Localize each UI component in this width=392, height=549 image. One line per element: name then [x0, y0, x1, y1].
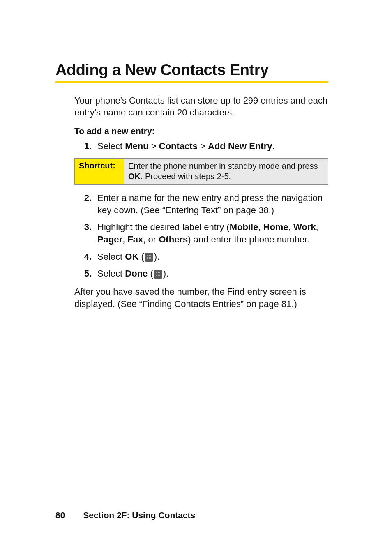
text-fragment: .: [272, 141, 274, 151]
label-fax: Fax: [127, 234, 143, 245]
page-footer: 80 Section 2F: Using Contacts: [55, 510, 195, 520]
step-item-2: 2. Enter a name for the new entry and pr…: [80, 192, 328, 216]
text-fragment: , or: [143, 234, 159, 245]
text-fragment: ,: [258, 222, 263, 232]
section-title: Section 2F: Using Contacts: [83, 510, 195, 520]
step-item-1: 1. Select Menu > Contacts > Add New Entr…: [80, 140, 328, 152]
step-text: Select Done ().: [97, 268, 328, 280]
step-number: 2.: [80, 192, 92, 216]
procedure-subhead: To add a new entry:: [74, 126, 328, 136]
label-others: Others: [159, 234, 188, 245]
step-number: 4.: [80, 251, 92, 263]
document-page: Adding a New Contacts Entry Your phone's…: [0, 0, 392, 549]
page-number: 80: [55, 510, 65, 520]
softkey-icon: [145, 253, 153, 262]
text-fragment: Select: [97, 251, 125, 262]
label-work: Work: [293, 222, 316, 232]
step-number: 1.: [80, 140, 92, 152]
intro-paragraph: Your phone's Contacts list can store up …: [74, 95, 328, 119]
step-text: Highlight the desired label entry (Mobil…: [97, 221, 328, 245]
shortcut-label: Shortcut:: [75, 159, 124, 184]
text-fragment: ).: [163, 268, 168, 279]
ui-label-done: Done: [125, 268, 148, 279]
ui-label-contacts: Contacts: [159, 141, 198, 151]
step-list-continued: 2. Enter a name for the new entry and pr…: [80, 192, 328, 280]
label-home: Home: [263, 222, 288, 232]
closing-paragraph: After you have saved the number, the Fin…: [74, 286, 328, 310]
text-fragment: >: [149, 141, 159, 151]
text-fragment: ,: [288, 222, 293, 232]
ui-label-ok: OK: [125, 251, 138, 262]
text-fragment: >: [198, 141, 208, 151]
label-pager: Pager: [97, 234, 122, 245]
text-fragment: (: [148, 268, 153, 279]
text-fragment: Select: [97, 141, 125, 151]
step-text: Enter a name for the new entry and press…: [97, 192, 328, 216]
text-fragment: ,: [122, 234, 127, 245]
step-list: 1. Select Menu > Contacts > Add New Entr…: [80, 140, 328, 152]
step-number: 5.: [80, 268, 92, 280]
ui-label-ok: OK: [128, 172, 141, 181]
step-text: Select OK ().: [97, 251, 328, 263]
shortcut-box: Shortcut: Enter the phone number in stan…: [74, 158, 328, 185]
shortcut-body: Enter the phone number in standby mode a…: [124, 159, 328, 184]
step-item-5: 5. Select Done ().: [80, 268, 328, 280]
step-item-4: 4. Select OK ().: [80, 251, 328, 263]
ui-label-addnew: Add New Entry: [208, 141, 272, 151]
text-fragment: ,: [316, 222, 318, 232]
text-fragment: Enter the phone number in standby mode a…: [128, 161, 318, 171]
step-number: 3.: [80, 221, 92, 245]
text-fragment: Highlight the desired label entry (: [97, 222, 230, 232]
text-fragment: (: [138, 251, 144, 262]
ui-label-menu: Menu: [125, 141, 148, 151]
label-mobile: Mobile: [230, 222, 258, 232]
step-item-3: 3. Highlight the desired label entry (Mo…: [80, 221, 328, 245]
softkey-icon: [154, 270, 162, 279]
step-text: Select Menu > Contacts > Add New Entry.: [97, 140, 328, 152]
text-fragment: . Proceed with steps 2-5.: [141, 172, 231, 181]
text-fragment: Select: [97, 268, 125, 279]
text-fragment: ).: [154, 251, 159, 262]
text-fragment: ) and enter the phone number.: [188, 234, 309, 245]
page-heading: Adding a New Contacts Entry: [55, 62, 328, 83]
